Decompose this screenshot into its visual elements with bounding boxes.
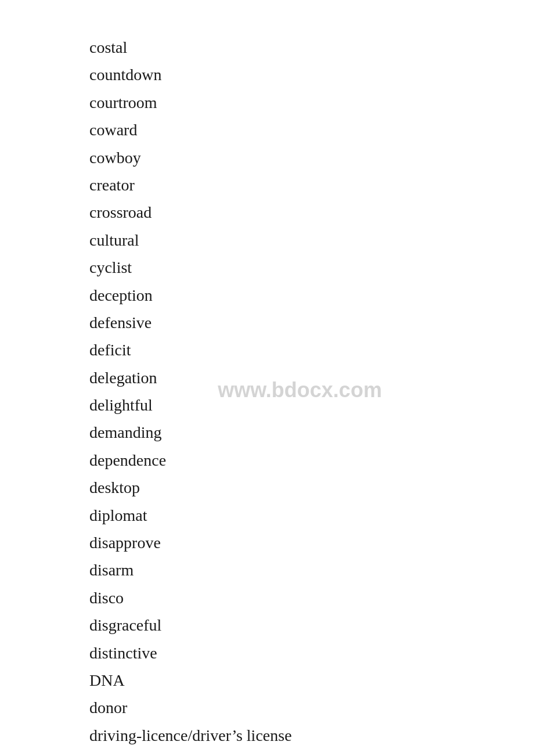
list-item: DNA: [89, 668, 534, 693]
list-item: delightful: [89, 393, 534, 417]
list-item: driving-licence/driver’s license: [89, 723, 534, 748]
list-item: cultural: [89, 228, 534, 253]
list-item: distinctive: [89, 640, 534, 665]
list-item: deficit: [89, 337, 534, 362]
list-item: creator: [89, 172, 534, 197]
list-item: costal: [89, 35, 534, 60]
list-item: dropout: [89, 750, 534, 756]
list-item: crossroad: [89, 200, 534, 225]
list-item: defensive: [89, 310, 534, 335]
word-list: costalcountdowncourtroomcowardcowboycrea…: [0, 0, 534, 756]
list-item: disapprove: [89, 530, 534, 555]
list-item: dependence: [89, 448, 534, 473]
list-item: delegation: [89, 365, 534, 390]
list-item: disco: [89, 585, 534, 610]
list-item: disgraceful: [89, 613, 534, 638]
list-item: cyclist: [89, 255, 534, 280]
list-item: disarm: [89, 557, 534, 582]
list-item: courtroom: [89, 90, 534, 115]
list-item: desktop: [89, 475, 534, 500]
list-item: cowboy: [89, 145, 534, 170]
list-item: demanding: [89, 420, 534, 445]
list-item: coward: [89, 117, 534, 142]
list-item: diplomat: [89, 503, 534, 528]
list-item: deception: [89, 283, 534, 308]
list-item: donor: [89, 695, 534, 720]
list-item: countdown: [89, 62, 534, 87]
